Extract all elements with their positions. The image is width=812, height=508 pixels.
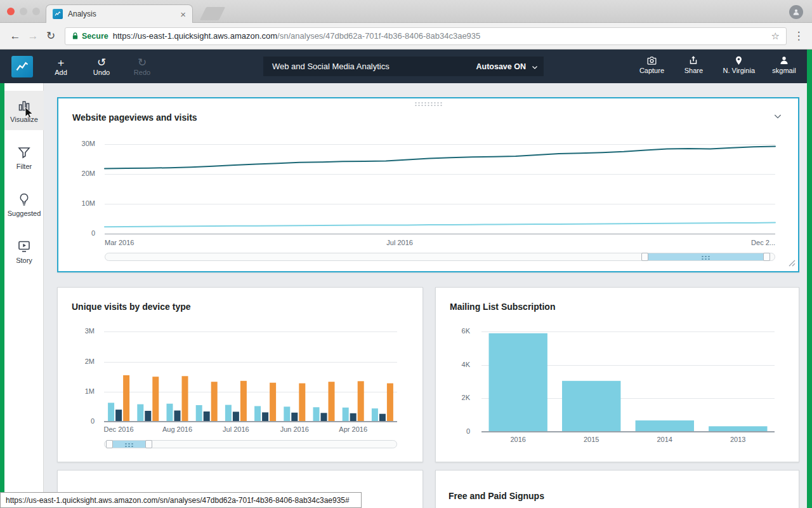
zoom-window-button[interactable] [32, 8, 40, 15]
redo-button[interactable]: ↻ Redo [129, 57, 155, 76]
sidebar-label: Story [16, 257, 32, 264]
x-tick-label: 2013 [688, 436, 789, 443]
scrubber-right-handle[interactable] [763, 253, 770, 261]
scrubber-left-handle[interactable] [106, 440, 113, 448]
browser-tabstrip: Analysis × [0, 0, 812, 23]
scrubber-selected-range[interactable] [646, 253, 766, 260]
lightbulb-icon [16, 192, 32, 207]
drag-handle[interactable] [414, 102, 442, 106]
add-button[interactable]: ＋ Add [48, 57, 74, 76]
x-axis: Mar 2016Jul 2016Dec 2... [105, 239, 775, 248]
user-icon [778, 55, 790, 66]
header-left-group: ＋ Add ↺ Undo ↻ Redo [11, 50, 155, 83]
y-tick-label: 10M [82, 199, 95, 207]
quicksight-favicon [53, 9, 63, 19]
scrubber-selected-range[interactable] [110, 441, 149, 448]
reload-button[interactable]: ↻ [42, 27, 60, 45]
address-bar[interactable]: Secure https://us-east-1.quicksight.aws.… [65, 27, 787, 45]
visual-website-pageviews[interactable]: Website pageviews and visits 010M20M30M … [57, 97, 799, 272]
chevron-down-icon [531, 64, 539, 71]
url-host: https://us-east-1.quicksight.aws.amazon.… [113, 31, 277, 41]
sidebar-item-suggested[interactable]: Suggested [4, 185, 44, 224]
visual-unique-visits-device[interactable]: Unique visits by device type 01M2M3M Dec… [57, 287, 423, 462]
scrubber-right-handle[interactable] [145, 440, 152, 448]
autosave-label: Autosave ON [476, 62, 527, 71]
bookmark-star-icon[interactable]: ☆ [771, 30, 780, 42]
close-window-button[interactable] [7, 8, 15, 15]
scrubber-left-handle[interactable] [641, 253, 648, 261]
redo-label: Redo [134, 69, 150, 76]
quicksight-logo[interactable] [11, 56, 33, 77]
scrubber-grip-dots [701, 255, 711, 260]
user-label: skgmail [772, 67, 796, 74]
sidebar-label: Filter [16, 163, 32, 170]
y-tick-label: 2M [85, 358, 95, 365]
status-url-tooltip: https://us-east-1.quicksight.aws.amazon.… [0, 492, 362, 508]
visual-title: Website pageviews and visits [72, 112, 197, 123]
security-chip[interactable]: Secure [72, 32, 108, 41]
x-tick-label: Mar 2016 [105, 239, 134, 246]
visual-title: Unique visits by device type [72, 302, 191, 312]
browser-tab[interactable]: Analysis × [46, 4, 193, 23]
window-controls [7, 8, 40, 15]
x-tick-label: Aug 2016 [148, 425, 206, 433]
share-icon [688, 55, 699, 66]
minimize-window-button[interactable] [20, 8, 27, 15]
undo-button[interactable]: ↺ Undo [89, 57, 114, 76]
y-tick-label: 30M [82, 140, 95, 147]
x-tick-label: Jul 2016 [207, 425, 265, 433]
browser-profile-avatar[interactable] [789, 5, 803, 19]
visual-menu-chevron-icon[interactable] [773, 111, 783, 124]
resize-handle[interactable] [789, 258, 796, 269]
y-tick-label: 4K [462, 361, 470, 368]
undo-icon: ↺ [97, 57, 106, 68]
new-tab-button[interactable] [200, 7, 225, 20]
region-button[interactable]: N. Virginia [723, 55, 755, 74]
capture-button[interactable]: Capture [639, 55, 664, 74]
scrubber-grip-dots [124, 443, 134, 447]
redo-icon: ↻ [138, 57, 147, 68]
visual-title: Free and Paid Signups [449, 491, 544, 501]
x-tick-label: Dec 2... [718, 239, 775, 246]
x-axis: 2016201520142013 [481, 436, 775, 444]
region-label: N. Virginia [723, 67, 755, 74]
y-tick-label: 0 [91, 417, 95, 425]
visual-free-paid-signups[interactable]: Free and Paid Signups [435, 470, 799, 508]
quicksight-header: ＋ Add ↺ Undo ↻ Redo Web and Social Media… [0, 50, 807, 83]
y-axis: 02K4K6K [445, 326, 473, 432]
sidebar-label: Suggested [8, 210, 41, 217]
forward-button[interactable]: → [24, 27, 42, 45]
sidebar-item-story[interactable]: Story [4, 232, 44, 271]
analysis-title: Web and Social Media Analytics [263, 62, 476, 71]
y-tick-label: 6K [462, 327, 470, 335]
tab-close-icon[interactable]: × [180, 10, 186, 19]
timeline-scrubber[interactable] [105, 253, 775, 261]
back-button[interactable]: ← [6, 27, 24, 45]
autosave-dropdown[interactable]: Autosave ON [476, 62, 544, 71]
secure-label: Secure [82, 32, 108, 41]
y-tick-label: 2K [462, 394, 470, 401]
visual-mailing-list[interactable]: Mailing List Subscription 02K4K6K 201620… [435, 287, 799, 462]
share-button[interactable]: Share [681, 55, 706, 74]
y-tick-label: 0 [91, 229, 95, 237]
sidebar-item-filter[interactable]: Filter [4, 138, 44, 177]
sidebar-item-visualize[interactable]: Visualize [4, 91, 44, 130]
sidebar-label: Visualize [10, 116, 38, 123]
url-path: /sn/analyses/47dbd62a-701f-4b36-8406-8ab… [277, 31, 480, 41]
story-screen-icon [16, 239, 32, 254]
y-tick-label: 0 [466, 427, 470, 435]
visual-title: Mailing List Subscription [450, 302, 555, 312]
user-menu-button[interactable]: skgmail [771, 55, 797, 74]
analysis-title-bar[interactable]: Web and Social Media Analytics Autosave … [263, 57, 544, 76]
lock-icon [72, 32, 79, 40]
mouse-cursor [25, 107, 33, 119]
share-label: Share [684, 67, 703, 74]
y-tick-label: 1M [85, 387, 95, 395]
tab-title: Analysis [68, 10, 175, 18]
plus-icon: ＋ [56, 57, 67, 68]
y-axis: 01M2M3M [69, 326, 97, 422]
x-tick-label: Jun 2016 [266, 425, 323, 433]
browser-menu-icon[interactable]: ⋮ [792, 29, 806, 43]
add-label: Add [55, 69, 67, 76]
timeline-scrubber[interactable] [104, 440, 397, 448]
